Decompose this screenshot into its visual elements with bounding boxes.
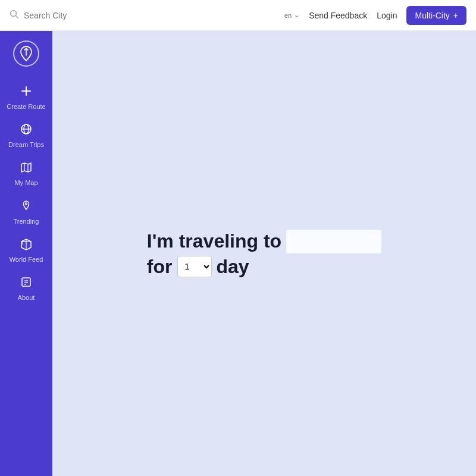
main-layout: Create Route Dream Trips M	[0, 31, 476, 476]
send-feedback-button[interactable]: Send Feedback	[309, 11, 367, 20]
header: en ⌄ Send Feedback Login Multi-City +	[0, 0, 476, 31]
app-logo[interactable]	[13, 40, 39, 67]
city-input[interactable]	[286, 230, 381, 253]
travel-form: I'm traveling to for 1 2 3 4 5 6 7 8 9 1…	[147, 230, 381, 278]
sidebar-item-world-feed[interactable]: World Feed	[0, 231, 52, 270]
dream-trips-icon	[20, 123, 33, 139]
svg-line-1	[16, 15, 18, 18]
sidebar-item-my-map[interactable]: My Map	[0, 155, 52, 193]
login-button[interactable]: Login	[377, 11, 397, 20]
sidebar: Create Route Dream Trips M	[0, 31, 52, 476]
sidebar-item-label-dream-trips: Dream Trips	[8, 141, 44, 149]
my-map-icon	[20, 161, 33, 177]
search-container	[10, 10, 284, 21]
sidebar-item-trending[interactable]: Trending	[0, 193, 52, 231]
sidebar-item-label-create-route: Create Route	[7, 103, 45, 111]
sidebar-item-label-trending: Trending	[13, 218, 39, 226]
travel-line-2: for 1 2 3 4 5 6 7 8 9 10 day	[147, 256, 249, 278]
travel-text-day: day	[217, 256, 249, 278]
multi-city-button[interactable]: Multi-City +	[406, 6, 466, 25]
travel-line-1: I'm traveling to	[147, 230, 381, 253]
language-label: en	[284, 12, 292, 19]
sidebar-item-label-my-map: My Map	[14, 179, 37, 187]
multi-city-label: Multi-City	[415, 11, 449, 20]
language-chevron-icon: ⌄	[294, 11, 299, 19]
sidebar-item-dream-trips[interactable]: Dream Trips	[0, 117, 52, 155]
multi-city-plus-icon: +	[453, 11, 458, 20]
trending-icon	[20, 199, 33, 215]
svg-rect-10	[22, 278, 30, 286]
sidebar-item-about[interactable]: About	[0, 270, 52, 308]
travel-text-prefix: I'm traveling to	[147, 230, 281, 252]
travel-text-for: for	[147, 256, 173, 278]
search-icon	[10, 10, 19, 21]
sidebar-item-label-about: About	[18, 294, 35, 302]
sidebar-item-create-route[interactable]: Create Route	[0, 79, 52, 117]
world-feed-icon	[20, 237, 33, 253]
language-selector[interactable]: en ⌄	[284, 11, 299, 19]
content-area: I'm traveling to for 1 2 3 4 5 6 7 8 9 1…	[52, 31, 476, 476]
about-icon	[20, 275, 33, 292]
svg-point-9	[26, 203, 27, 205]
header-right: en ⌄ Send Feedback Login Multi-City +	[284, 6, 466, 25]
search-input[interactable]	[24, 11, 143, 20]
days-select[interactable]: 1 2 3 4 5 6 7 8 9 10	[177, 256, 212, 277]
sidebar-item-label-world-feed: World Feed	[10, 256, 43, 264]
create-route-icon	[20, 84, 33, 101]
